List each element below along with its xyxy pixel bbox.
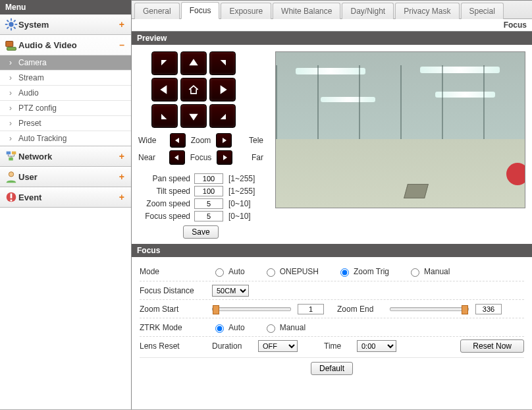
mode-radio-group: Auto ONEPUSH Zoom Trig Manual bbox=[212, 266, 450, 277]
reset-now-button[interactable]: Reset Now bbox=[460, 339, 524, 353]
focus-far-label: Far bbox=[237, 153, 263, 162]
default-button[interactable]: Default bbox=[311, 362, 353, 375]
media-icon bbox=[4, 39, 18, 51]
zoom-end-slider[interactable] bbox=[390, 307, 469, 311]
sidebar-item-auto-tracking[interactable]: Auto Tracking bbox=[0, 131, 131, 146]
zoom-speed-label: Zoom speed bbox=[138, 199, 194, 208]
focus-near-label: Near bbox=[138, 153, 165, 162]
sidebar: Menu System + Audio & Video – Camera bbox=[0, 0, 132, 409]
submenu-av: Camera Stream Audio PTZ config Preset Au… bbox=[0, 55, 131, 146]
menu-network[interactable]: Network + bbox=[0, 146, 131, 166]
breadcrumb: Focus bbox=[132, 19, 532, 32]
expand-icon: + bbox=[119, 171, 127, 182]
ptz-up-left-button[interactable] bbox=[151, 51, 178, 75]
pan-speed-label: Pan speed bbox=[138, 174, 194, 183]
ptz-home-button[interactable] bbox=[180, 78, 207, 102]
zoom-speed-input[interactable] bbox=[194, 198, 223, 209]
expand-icon: + bbox=[119, 151, 127, 161]
menu-event-label: Event bbox=[18, 192, 119, 202]
collapse-icon: – bbox=[119, 40, 127, 50]
mode-manual[interactable]: Manual bbox=[408, 266, 450, 277]
mode-onepush[interactable]: ONEPUSH bbox=[263, 266, 319, 277]
sidebar-item-camera[interactable]: Camera bbox=[0, 55, 131, 70]
tab-general[interactable]: General bbox=[134, 3, 180, 19]
svg-line-6 bbox=[14, 27, 16, 29]
menu-user-label: User bbox=[18, 172, 119, 182]
sidebar-item-audio[interactable]: Audio bbox=[0, 85, 131, 100]
pan-speed-range: [1~255] bbox=[228, 174, 255, 183]
svg-rect-11 bbox=[7, 152, 11, 155]
tilt-speed-input[interactable] bbox=[194, 186, 223, 196]
svg-line-8 bbox=[14, 20, 16, 22]
zoom-start-slider[interactable] bbox=[212, 307, 291, 311]
duration-select[interactable]: OFF bbox=[258, 340, 298, 352]
svg-rect-16 bbox=[11, 194, 13, 198]
zoom-wide-label: Wide bbox=[138, 136, 165, 145]
save-button[interactable]: Save bbox=[183, 225, 218, 239]
ptz-right-button[interactable] bbox=[209, 78, 236, 102]
mode-auto[interactable]: Auto bbox=[212, 266, 245, 277]
user-icon bbox=[4, 171, 18, 183]
preview-title: Preview bbox=[132, 32, 532, 45]
ptz-down-right-button[interactable] bbox=[209, 104, 236, 128]
ztrk-auto[interactable]: Auto bbox=[212, 322, 245, 333]
menu-av[interactable]: Audio & Video – bbox=[0, 35, 131, 55]
zoom-out-button[interactable] bbox=[170, 133, 186, 148]
gear-icon bbox=[4, 18, 18, 30]
time-select[interactable]: 0:00 bbox=[357, 340, 396, 352]
zoom-in-button[interactable] bbox=[216, 133, 232, 148]
svg-line-5 bbox=[7, 20, 9, 22]
ptz-pad bbox=[151, 51, 263, 128]
sidebar-item-preset[interactable]: Preset bbox=[0, 115, 131, 131]
lens-reset-label: Lens Reset bbox=[140, 341, 212, 351]
tab-focus[interactable]: Focus bbox=[181, 2, 220, 19]
video-preview bbox=[275, 51, 525, 208]
expand-icon: + bbox=[119, 19, 127, 30]
tab-day-night[interactable]: Day/Night bbox=[342, 3, 394, 19]
ztrk-label: ZTRK Mode bbox=[140, 323, 212, 332]
tilt-speed-range: [1~255] bbox=[228, 187, 255, 196]
focus-far-button[interactable] bbox=[217, 150, 232, 165]
zoom-end-input[interactable] bbox=[475, 304, 502, 314]
menu-event[interactable]: Event + bbox=[0, 187, 131, 207]
ptz-left-button[interactable] bbox=[151, 78, 178, 102]
ptz-down-button[interactable] bbox=[180, 104, 207, 128]
zoom-start-label: Zoom Start bbox=[140, 305, 212, 314]
focus-panel-title: Focus bbox=[132, 244, 532, 257]
pan-speed-input[interactable] bbox=[194, 173, 223, 184]
svg-rect-13 bbox=[9, 158, 13, 161]
svg-line-7 bbox=[7, 27, 9, 29]
sidebar-item-ptz-config[interactable]: PTZ config bbox=[0, 100, 131, 115]
ztrk-manual[interactable]: Manual bbox=[263, 322, 306, 333]
menu-system[interactable]: System + bbox=[0, 15, 131, 34]
expand-icon: + bbox=[119, 192, 127, 202]
focus-speed-input[interactable] bbox=[194, 211, 223, 221]
sidebar-item-stream[interactable]: Stream bbox=[0, 70, 131, 85]
event-icon bbox=[4, 191, 18, 203]
ztrk-radio-group: Auto Manual bbox=[212, 322, 306, 333]
duration-label: Duration bbox=[212, 341, 258, 351]
zoom-end-label: Zoom End bbox=[337, 305, 390, 314]
svg-point-14 bbox=[9, 172, 13, 177]
svg-rect-12 bbox=[12, 152, 16, 155]
focus-near-button[interactable] bbox=[169, 150, 185, 165]
zoom-tele-label: Tele bbox=[237, 136, 263, 145]
tab-bar: General Focus Exposure White Balance Day… bbox=[132, 1, 532, 19]
tab-special[interactable]: Special bbox=[461, 3, 504, 19]
zoom-start-input[interactable] bbox=[298, 304, 324, 314]
focus-speed-label: Focus speed bbox=[138, 212, 194, 221]
zoom-label: Zoom bbox=[191, 136, 211, 145]
focus-speed-range: [0~10] bbox=[228, 212, 251, 221]
ptz-up-button[interactable] bbox=[180, 51, 207, 75]
ptz-up-right-button[interactable] bbox=[209, 51, 236, 75]
menu-av-label: Audio & Video bbox=[18, 40, 119, 50]
focus-distance-select[interactable]: 50CM bbox=[212, 285, 249, 297]
mode-zoom-trig[interactable]: Zoom Trig bbox=[337, 266, 389, 277]
menu-user[interactable]: User + bbox=[0, 167, 131, 187]
tab-white-balance[interactable]: White Balance bbox=[273, 3, 340, 19]
focus-label: Focus bbox=[190, 153, 212, 162]
tab-exposure[interactable]: Exposure bbox=[221, 3, 271, 19]
ptz-down-left-button[interactable] bbox=[151, 104, 178, 128]
tab-privacy-mask[interactable]: Privacy Mask bbox=[395, 3, 459, 19]
zoom-speed-range: [0~10] bbox=[228, 199, 251, 208]
